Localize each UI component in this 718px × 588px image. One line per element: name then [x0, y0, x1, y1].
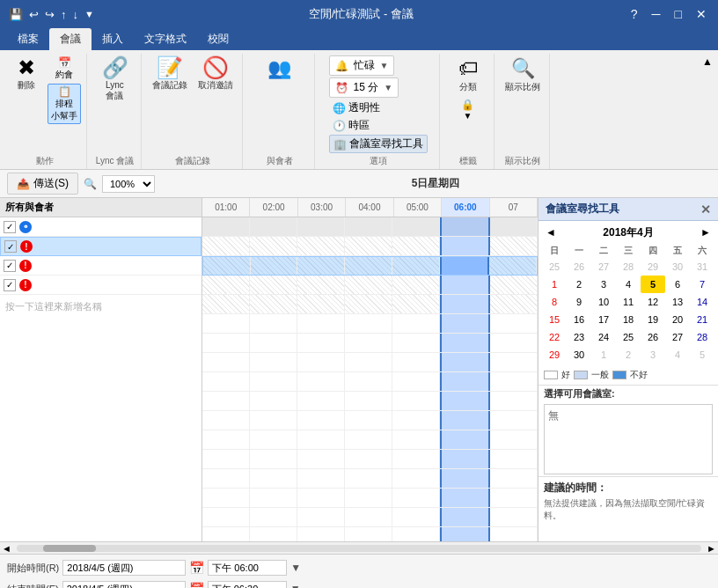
tab-insert[interactable]: 插入: [92, 28, 134, 50]
cal-day[interactable]: 2: [567, 276, 591, 293]
end-time-arrow[interactable]: ▼: [290, 583, 301, 588]
cal-day[interactable]: 30: [665, 258, 690, 276]
cal-day[interactable]: 14: [690, 293, 714, 311]
chk-3[interactable]: ✓: [4, 260, 16, 272]
cal-day[interactable]: 29: [641, 258, 665, 276]
cal-day[interactable]: 21: [690, 311, 714, 328]
start-date-input[interactable]: [62, 560, 186, 576]
end-calendar-icon[interactable]: 📅: [189, 582, 204, 588]
cal-day[interactable]: 28: [690, 328, 714, 346]
cal-day[interactable]: 1: [591, 346, 616, 364]
attendee-row-1[interactable]: ✓ ⚬: [0, 217, 201, 237]
lync-button[interactable]: 🔗 Lync會議: [98, 55, 133, 103]
start-time-input[interactable]: [208, 560, 287, 576]
tab-meeting[interactable]: 會議: [49, 28, 92, 50]
cal-day[interactable]: 5: [690, 346, 714, 364]
cal-day[interactable]: 3: [641, 346, 665, 364]
cal-day[interactable]: 1: [542, 276, 567, 293]
scroll-left[interactable]: ◄: [0, 543, 13, 554]
cal-day[interactable]: 22: [542, 328, 567, 346]
minimize-button[interactable]: ─: [648, 5, 665, 23]
scroll-thumb[interactable]: [43, 545, 96, 552]
cal-day[interactable]: 31: [690, 258, 714, 276]
cal-day[interactable]: 11: [616, 293, 641, 311]
time-dropdown[interactable]: ⏰ 15 分 ▼: [329, 77, 399, 98]
save-icon[interactable]: 💾: [7, 6, 25, 23]
cal-day[interactable]: 27: [591, 258, 616, 276]
cal-day[interactable]: 3: [591, 276, 616, 293]
cal-day[interactable]: 15: [542, 311, 567, 328]
zoom-button[interactable]: 🔍 顯示比例: [502, 55, 544, 94]
busy-dropdown[interactable]: 🔔 忙碌 ▼: [329, 55, 395, 76]
cal-day[interactable]: 20: [665, 311, 690, 328]
tab-file[interactable]: 檔案: [7, 28, 49, 50]
scroll-right[interactable]: ►: [705, 543, 718, 554]
cal-day[interactable]: 4: [616, 276, 641, 293]
cal-day[interactable]: 16: [567, 311, 591, 328]
meeting-notes-button[interactable]: 📝 會議記錄: [149, 55, 191, 92]
delete-button[interactable]: ✖ 刪除: [9, 55, 44, 92]
help-button[interactable]: ?: [626, 5, 642, 23]
ribbon-collapse[interactable]: ▲: [700, 54, 714, 169]
tab-review[interactable]: 校閱: [197, 28, 239, 50]
cal-day[interactable]: 10: [591, 293, 616, 311]
transparency-button[interactable]: 🌐 透明性: [329, 99, 428, 116]
zoom-select[interactable]: 100% 75% 50%: [102, 175, 155, 193]
cal-day[interactable]: 26: [567, 258, 591, 276]
appointment-button[interactable]: 📅 約會: [48, 55, 81, 82]
chk-1[interactable]: ✓: [4, 221, 16, 233]
chk-4[interactable]: ✓: [4, 279, 16, 291]
cal-day[interactable]: 4: [665, 346, 690, 364]
cal-day[interactable]: 6: [665, 276, 690, 293]
prev-month-button[interactable]: ◄: [542, 224, 560, 240]
add-attendee-hint[interactable]: 按一下這裡來新增名稱: [0, 295, 201, 319]
cal-day[interactable]: 9: [567, 293, 591, 311]
attendee-row-3[interactable]: ✓ !: [0, 256, 201, 276]
send-button[interactable]: 📤 傳送(S): [7, 173, 78, 195]
up-icon[interactable]: ↑: [59, 6, 69, 23]
close-button[interactable]: ✕: [692, 5, 711, 23]
cal-day[interactable]: 8: [542, 293, 567, 311]
start-calendar-icon[interactable]: 📅: [189, 561, 204, 575]
room-finder-btn[interactable]: 🏢 會議室尋找工具: [329, 135, 428, 153]
cal-day[interactable]: 30: [567, 346, 591, 364]
scroll-track[interactable]: [17, 545, 701, 552]
cal-day[interactable]: 19: [641, 311, 665, 328]
cal-day[interactable]: 13: [665, 293, 690, 311]
start-time-arrow[interactable]: ▼: [290, 562, 301, 574]
cal-day[interactable]: 28: [616, 258, 641, 276]
lock-button[interactable]: 🔒 ▼: [458, 98, 477, 121]
attendee-row-2[interactable]: ✓ !: [0, 237, 201, 256]
next-month-button[interactable]: ►: [697, 224, 714, 240]
tab-format[interactable]: 文字格式: [134, 28, 197, 50]
attendee-row-4[interactable]: ✓ !: [0, 276, 201, 295]
cal-day[interactable]: 24: [591, 328, 616, 346]
category-button[interactable]: 🏷 分類: [451, 55, 486, 94]
attendees-icon-btn[interactable]: 👥: [262, 55, 297, 82]
cal-day[interactable]: 5: [641, 276, 665, 293]
cal-day[interactable]: 12: [641, 293, 665, 311]
scroll-bar[interactable]: ◄ ►: [0, 542, 718, 555]
cal-day[interactable]: 29: [542, 346, 567, 364]
chk-2[interactable]: ✓: [4, 240, 17, 253]
cancel-invite-button[interactable]: 🚫 取消邀請: [194, 55, 237, 92]
more-icon[interactable]: ▼: [83, 7, 96, 21]
cal-day[interactable]: 18: [616, 311, 641, 328]
down-icon[interactable]: ↓: [71, 6, 81, 23]
cal-day[interactable]: 7: [690, 276, 714, 293]
cal-day[interactable]: 25: [542, 258, 567, 276]
cal-day[interactable]: 27: [665, 328, 690, 346]
cal-day[interactable]: 25: [616, 328, 641, 346]
maximize-button[interactable]: □: [670, 5, 686, 23]
cal-day[interactable]: 2: [616, 346, 641, 364]
scheduler-button[interactable]: 📋 排程小幫手: [48, 84, 81, 124]
cal-day[interactable]: 17: [591, 311, 616, 328]
room-finder-close[interactable]: ✕: [700, 202, 711, 217]
end-date-input[interactable]: [62, 581, 186, 588]
cal-day[interactable]: 23: [567, 328, 591, 346]
end-time-input[interactable]: [208, 581, 287, 588]
timezone-button[interactable]: 🕐 時區: [329, 117, 428, 134]
cal-day[interactable]: 26: [641, 328, 665, 346]
redo-icon[interactable]: ↪: [43, 6, 56, 23]
undo-icon[interactable]: ↩: [27, 6, 40, 23]
